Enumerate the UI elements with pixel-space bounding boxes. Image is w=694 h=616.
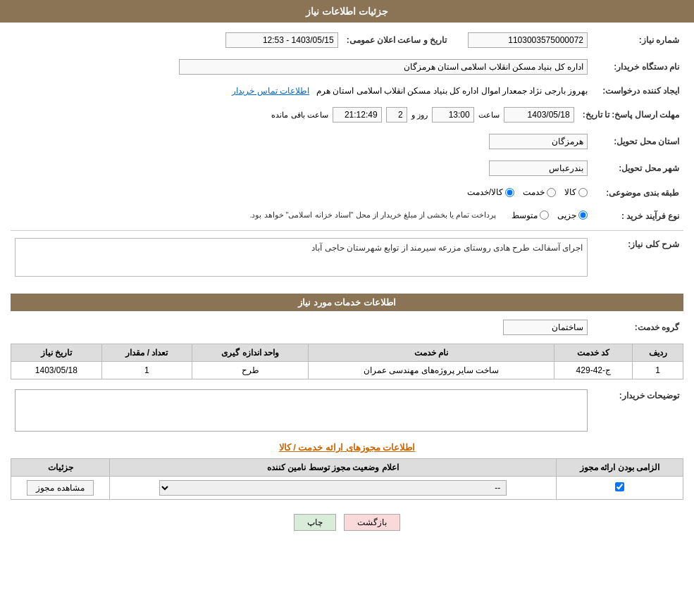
description-label: شرح کلی نیاز: <box>592 235 683 287</box>
order-number-input[interactable] <box>468 32 588 48</box>
cell-unit: طرح <box>192 362 309 379</box>
col-unit: واحد اندازه گیری <box>192 344 309 362</box>
creator-label: ایجاد کننده درخواست: <box>592 83 683 99</box>
col-code: کد خدمت <box>554 344 633 362</box>
category-label: طبقه بندی موضوعی: <box>592 184 683 202</box>
col-date: تاریخ نیاز <box>11 344 102 362</box>
services-section-title: اطلاعات خدمات مورد نیاز <box>11 294 683 311</box>
col-name: نام خدمت <box>308 344 554 362</box>
cell-count: 1 <box>101 362 192 379</box>
category-khadamat-label: خدمت <box>523 187 545 197</box>
order-number-label: شماره نیاز: <box>592 30 683 51</box>
category-radio-group: کالا خدمت کالا/خدمت <box>467 187 588 197</box>
permits-table: الزامی بودن ارائه مجوز اعلام وضعیت مجوز … <box>11 458 683 500</box>
purchase-type-group: جزیی متوسط پرداخت تمام یا بخشی از مبلغ خ… <box>249 210 588 220</box>
buyer-org-input[interactable] <box>179 59 588 75</box>
print-button[interactable]: چاپ <box>294 514 336 531</box>
purchase-jozyi-label: جزیی <box>557 210 576 220</box>
bottom-buttons: بازگشت چاپ <box>11 514 683 531</box>
permits-section-link[interactable]: اطلاعات مجوزهای ارائه خدمت / کالا <box>11 442 683 453</box>
purchase-type-label: نوع فرآیند خرید : <box>592 208 683 225</box>
deadline-label: مهلت ارسال پاسخ: تا تاریخ: <box>578 104 683 125</box>
deadline-date-input[interactable] <box>504 107 574 122</box>
buyer-org-label: نام دستگاه خریدار: <box>592 56 683 77</box>
category-kala-khadamat-label: کالا/خدمت <box>467 187 503 197</box>
buyer-description-textarea[interactable] <box>15 389 588 432</box>
announcement-label: تاریخ و ساعت اعلان عمومی: <box>342 30 451 51</box>
cell-name: ساخت سایر پروژه‌های مهندسی عمران <box>308 362 554 379</box>
purchase-motavaset-label: متوسط <box>512 210 538 220</box>
page-title: جزئیات اطلاعات نیاز <box>306 6 388 17</box>
deadline-days-label: روز و <box>411 111 428 120</box>
permit-col-details: جزئیات <box>11 459 110 477</box>
announcement-input[interactable] <box>225 32 338 48</box>
back-button[interactable]: بازگشت <box>344 514 400 531</box>
cell-code: ج-42-429 <box>554 362 633 379</box>
purchase-jozyi-radio[interactable] <box>578 210 588 220</box>
cell-date: 1403/05/18 <box>11 362 102 379</box>
purchase-note: پرداخت تمام یا بخشی از مبلغ خریدار از مح… <box>249 210 496 220</box>
creator-contact-link[interactable]: اطلاعات تماس خریدار <box>232 86 309 96</box>
permit-required-cell <box>557 477 683 500</box>
purchase-jozyi-item[interactable]: جزیی <box>557 210 588 220</box>
buyer-description-label: توضیحات خریدار: <box>592 386 683 436</box>
col-count: تعداد / مقدار <box>101 344 192 362</box>
description-text: اجرای آسفالت طرح هادی روستای مزرعه سیرمن… <box>311 243 583 253</box>
category-kala-khadamat-item[interactable]: کالا/خدمت <box>467 187 514 197</box>
permit-status-cell: -- <box>110 477 557 500</box>
category-khadamat-radio[interactable] <box>547 188 556 197</box>
permit-col-status: اعلام وضعیت مجوز توسط نامین کننده <box>110 459 557 477</box>
city-label: شهر محل تحویل: <box>592 158 683 179</box>
service-group-input[interactable] <box>503 320 588 335</box>
table-row: 1 ج-42-429 ساخت سایر پروژه‌های مهندسی عم… <box>11 362 683 379</box>
deadline-remaining-label: ساعت باقی مانده <box>271 111 328 120</box>
permit-row: -- مشاهده مجوز <box>11 477 683 500</box>
deadline-time-input[interactable] <box>432 107 474 122</box>
cell-row: 1 <box>633 362 683 379</box>
col-row: ردیف <box>633 344 683 362</box>
category-kala-khadamat-radio[interactable] <box>505 188 514 197</box>
deadline-remaining-input[interactable] <box>333 107 382 122</box>
creator-value: بهروز بارجی نژاد جمعدار اموال اداره کل ب… <box>316 86 588 96</box>
city-input[interactable] <box>489 161 588 176</box>
permit-details-cell: مشاهده مجوز <box>11 477 110 500</box>
services-table: ردیف کد خدمت نام خدمت واحد اندازه گیری ت… <box>11 344 683 379</box>
category-kala-item[interactable]: کالا <box>564 187 588 197</box>
page-header: جزئیات اطلاعات نیاز <box>0 0 694 23</box>
purchase-motavaset-radio[interactable] <box>540 210 549 220</box>
service-group-label: گروه خدمت: <box>592 317 683 338</box>
category-kala-label: کالا <box>564 187 576 197</box>
description-section: اجرای آسفالت طرح هادی روستای مزرعه سیرمن… <box>15 238 588 277</box>
province-input[interactable] <box>489 134 588 149</box>
permit-required-checkbox[interactable] <box>615 482 624 491</box>
province-label: استان محل تحویل: <box>592 131 683 152</box>
permit-col-required: الزامی بودن ارائه مجوز <box>557 459 683 477</box>
category-khadamat-item[interactable]: خدمت <box>523 187 556 197</box>
category-kala-radio[interactable] <box>578 188 588 197</box>
permit-view-button[interactable]: مشاهده مجوز <box>27 480 93 496</box>
purchase-motavaset-item[interactable]: متوسط <box>512 210 549 220</box>
deadline-time-label: ساعت <box>478 111 500 120</box>
permit-status-select[interactable]: -- <box>159 480 507 496</box>
deadline-days-input[interactable] <box>386 107 407 122</box>
